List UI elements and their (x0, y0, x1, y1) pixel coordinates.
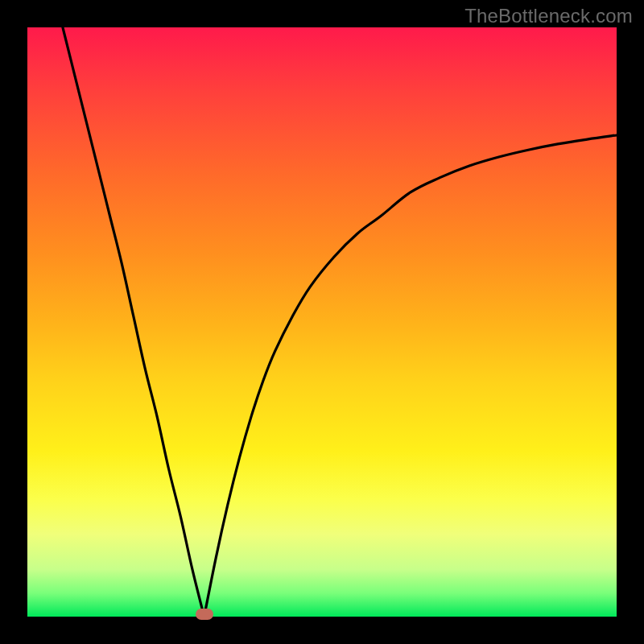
watermark-text: TheBottleneck.com (464, 5, 633, 27)
minimum-marker (196, 609, 213, 620)
plot-area (27, 27, 617, 617)
chart-frame: TheBottleneck.com (0, 0, 644, 644)
curve-left-branch (63, 27, 204, 617)
bottleneck-curve (27, 27, 617, 617)
curve-right-branch (204, 135, 617, 617)
